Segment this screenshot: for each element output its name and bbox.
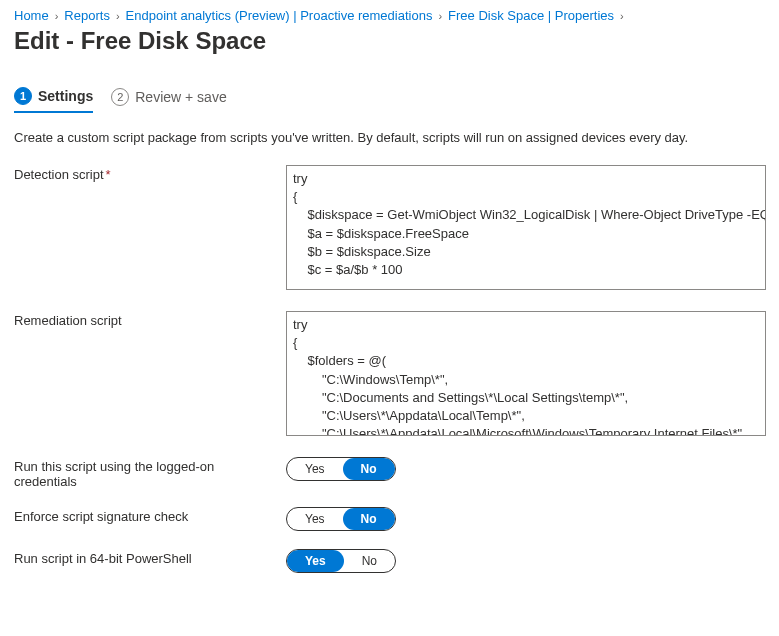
x64-powershell-toggle[interactable]: Yes No bbox=[286, 549, 396, 573]
breadcrumb: Home › Reports › Endpoint analytics (Pre… bbox=[14, 8, 765, 23]
chevron-right-icon: › bbox=[55, 10, 59, 22]
logged-on-credentials-label: Run this script using the logged-on cred… bbox=[14, 457, 274, 489]
breadcrumb-endpoint-analytics[interactable]: Endpoint analytics (Preview) | Proactive… bbox=[126, 8, 433, 23]
breadcrumb-home[interactable]: Home bbox=[14, 8, 49, 23]
step-number: 1 bbox=[14, 87, 32, 105]
chevron-right-icon: › bbox=[438, 10, 442, 22]
remediation-script-textarea[interactable] bbox=[286, 311, 766, 436]
chevron-right-icon: › bbox=[116, 10, 120, 22]
toggle-no[interactable]: No bbox=[343, 458, 395, 480]
logged-on-credentials-toggle[interactable]: Yes No bbox=[286, 457, 396, 481]
chevron-right-icon: › bbox=[620, 10, 624, 22]
tab-label: Settings bbox=[38, 88, 93, 104]
toggle-yes[interactable]: Yes bbox=[287, 508, 343, 530]
toggle-no[interactable]: No bbox=[343, 508, 395, 530]
toggle-yes[interactable]: Yes bbox=[287, 550, 344, 572]
breadcrumb-reports[interactable]: Reports bbox=[64, 8, 110, 23]
remediation-script-label: Remediation script bbox=[14, 311, 274, 328]
tab-review-save[interactable]: 2 Review + save bbox=[111, 83, 226, 113]
x64-powershell-label: Run script in 64-bit PowerShell bbox=[14, 549, 274, 566]
signature-check-toggle[interactable]: Yes No bbox=[286, 507, 396, 531]
tab-settings[interactable]: 1 Settings bbox=[14, 83, 93, 113]
page-title: Edit - Free Disk Space bbox=[14, 27, 765, 55]
toggle-no[interactable]: No bbox=[344, 550, 395, 572]
breadcrumb-free-disk-space[interactable]: Free Disk Space | Properties bbox=[448, 8, 614, 23]
detection-script-label: Detection script* bbox=[14, 165, 274, 182]
tab-label: Review + save bbox=[135, 89, 226, 105]
detection-script-textarea[interactable] bbox=[286, 165, 766, 290]
step-number: 2 bbox=[111, 88, 129, 106]
signature-check-label: Enforce script signature check bbox=[14, 507, 274, 524]
required-marker: * bbox=[106, 167, 111, 182]
wizard-tabs: 1 Settings 2 Review + save bbox=[14, 83, 765, 114]
toggle-yes[interactable]: Yes bbox=[287, 458, 343, 480]
page-description: Create a custom script package from scri… bbox=[14, 130, 765, 145]
